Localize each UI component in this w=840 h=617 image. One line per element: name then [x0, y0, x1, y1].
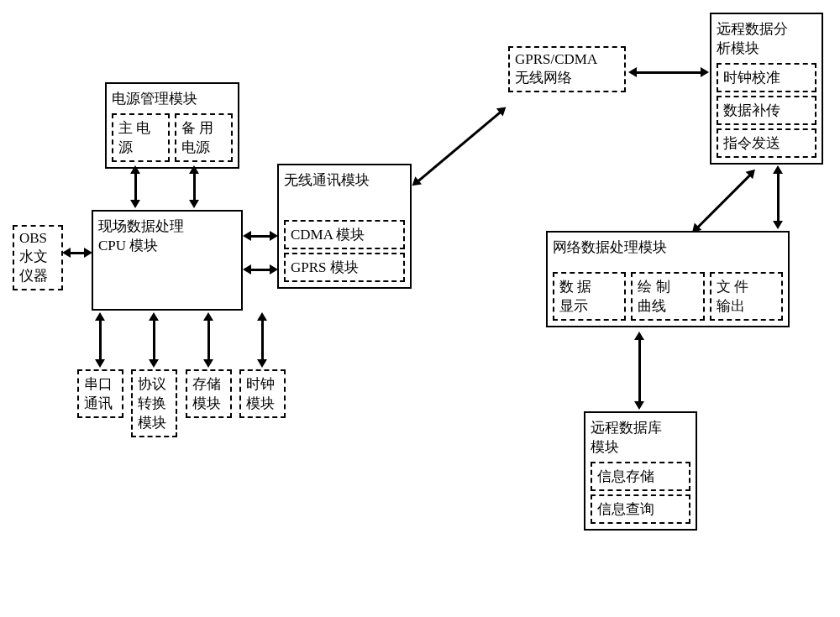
arrow-cpu-serial [99, 319, 102, 361]
main-power: 主 电 源 [112, 113, 170, 162]
net-proc-module: 网络数据处理模块 数 据 显示 绘 制 曲线 文 件 输出 [546, 231, 790, 327]
label: GPRS/CDMA [515, 51, 619, 68]
command-send: 指令发送 [717, 128, 816, 158]
cdma-module: CDMA 模块 [284, 220, 405, 249]
network-cloud: GPRS/CDMA 无线网络 [508, 46, 626, 92]
label: 协议 [138, 374, 171, 394]
label: 数 据 [559, 277, 619, 296]
clock-calib: 时钟校准 [717, 63, 816, 92]
clock-module: 时钟 模块 [239, 369, 286, 418]
arrow-cpu-clock [261, 319, 264, 361]
label: 显示 [559, 296, 619, 316]
title: 远程数据分 [717, 19, 816, 39]
label: 现场数据处理 [98, 217, 236, 236]
label: 模块 [246, 394, 279, 413]
label: 水文 [19, 247, 56, 266]
file-output: 文 件 输出 [710, 272, 783, 321]
label: 串口 [84, 374, 117, 394]
label: 存储 [192, 374, 225, 394]
arrow-obs-cpu [69, 252, 86, 254]
backup-power: 备 用 电源 [175, 113, 233, 162]
title: 网络数据处理模块 [553, 238, 783, 257]
data-retransmit: 数据补传 [717, 96, 816, 125]
arrow-power-cpu-1 [134, 172, 137, 201]
arrow-cpu-wireless-1 [249, 235, 271, 238]
label: 模块 [138, 413, 171, 432]
arrow-analysis-netproc [696, 174, 752, 229]
info-query: 信息查询 [591, 494, 690, 524]
label: 时钟 [246, 374, 279, 394]
label: 文 件 [717, 277, 776, 296]
title: 模块 [591, 437, 690, 457]
label: 源 [118, 138, 163, 157]
power-module: 电源管理模块 主 电 源 备 用 电源 [105, 82, 239, 169]
wireless-module: 无线通讯模块 CDMA 模块 GPRS 模块 [277, 164, 412, 289]
arrow-power-cpu-2 [193, 172, 196, 201]
remote-analysis-module: 远程数据分 析模块 时钟校准 数据补传 指令发送 [710, 13, 823, 165]
storage-module: 存储 模块 [186, 369, 232, 418]
info-store: 信息存储 [591, 462, 690, 491]
gprs-module: GPRS 模块 [284, 253, 405, 282]
label: 备 用 [181, 118, 226, 138]
remote-db-module: 远程数据库 模块 信息存储 信息查询 [584, 411, 697, 531]
title: 析模块 [717, 39, 816, 58]
label: 绘 制 [638, 277, 697, 296]
arrow-cpu-protocol [153, 319, 155, 361]
label: 仪器 [19, 266, 56, 285]
data-display: 数 据 显示 [553, 272, 626, 321]
arrow-analysis-netproc-v [777, 172, 780, 222]
label: 通讯 [84, 394, 117, 413]
label: 电源 [181, 138, 226, 157]
label: 转换 [138, 394, 171, 413]
label: 模块 [192, 394, 225, 413]
arrow-cpu-storage [207, 319, 210, 361]
arrow-wireless-network [417, 111, 502, 183]
label: 主 电 [118, 118, 163, 138]
label: OBS [19, 230, 56, 247]
draw-curve: 绘 制 曲线 [631, 272, 704, 321]
label: CPU 模块 [98, 236, 236, 255]
label: 输出 [717, 296, 776, 316]
serial-comm: 串口 通讯 [77, 369, 123, 418]
power-title: 电源管理模块 [112, 89, 233, 108]
label: 曲线 [638, 296, 697, 316]
label: 无线网络 [515, 68, 619, 87]
wireless-title: 无线通讯模块 [284, 170, 405, 190]
obs-instrument: OBS 水文 仪器 [13, 225, 63, 290]
arrow-network-analysis [635, 71, 702, 74]
arrow-netproc-db [638, 338, 641, 403]
title: 远程数据库 [591, 418, 690, 437]
protocol-module: 协议 转换 模块 [131, 369, 177, 437]
cpu-module: 现场数据处理 CPU 模块 [92, 210, 243, 311]
arrow-cpu-wireless-2 [249, 269, 271, 271]
